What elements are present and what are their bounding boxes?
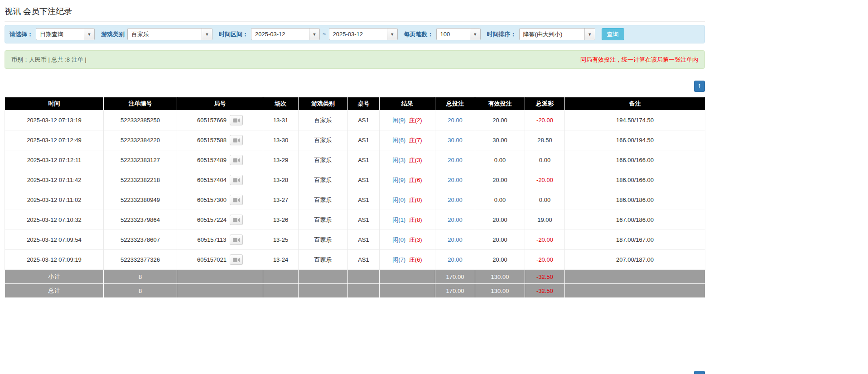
cell-payout: -20.00 (525, 170, 565, 190)
page-size-label: 每页笔数： (404, 30, 434, 38)
summary-currency-info: 币别：人民币 | 总共 :8 注单 | (11, 56, 87, 64)
cell-bet-id: 522332385250 (104, 110, 177, 130)
table-body: 2025-03-12 07:13:19 522332385250 6051576… (5, 110, 705, 270)
result-banker: 庄(7) (409, 137, 422, 144)
chevron-down-icon[interactable]: ▼ (584, 29, 595, 40)
cell-round-id: 605157404 (177, 170, 263, 190)
total-bet-link[interactable]: 20.00 (448, 236, 463, 243)
header-total-bet: 总投注 (435, 97, 475, 110)
cell-total-bet: 20.00 (435, 190, 475, 210)
cell-game-type: 百家乐 (299, 230, 348, 250)
cell-time: 2025-03-12 07:12:11 (5, 150, 104, 170)
cell-total-bet: 30.00 (435, 130, 475, 150)
date-from-select[interactable]: 2025-03-12 ▼ (251, 28, 320, 40)
total-bet-link[interactable]: 20.00 (448, 177, 463, 183)
time-range-group: 时间区间： 2025-03-12 ▼ ~ 2025-03-12 ▼ (219, 28, 398, 40)
cell-session: 13-28 (263, 170, 299, 190)
total-empty-session (263, 284, 299, 298)
search-button[interactable]: 查询 (602, 28, 624, 40)
chevron-down-icon[interactable]: ▼ (387, 29, 397, 40)
cell-session: 13-26 (263, 210, 299, 230)
subtotal-empty-game (299, 270, 348, 284)
cell-session: 13-24 (263, 250, 299, 270)
cell-round-id: 605157669 (177, 110, 263, 130)
page-1-button-bottom[interactable]: 1 (694, 371, 705, 374)
table-header: 时间 注单编号 局号 场次 游戏类别 桌号 结果 总投注 有效投注 总派彩 备注 (5, 97, 705, 110)
result-banker: 庄(2) (409, 117, 422, 124)
cell-game-type: 百家乐 (299, 190, 348, 210)
cell-table-id: AS1 (348, 150, 380, 170)
page-size-select[interactable]: 100 ▼ (436, 28, 481, 40)
cell-total-bet: 20.00 (435, 230, 475, 250)
sort-group: 时间排序： 降冪(由大到小) ▼ (487, 28, 595, 40)
chevron-down-icon[interactable]: ▼ (84, 29, 94, 40)
cell-table-id: AS1 (348, 170, 380, 190)
cell-bet-id: 522332384220 (104, 130, 177, 150)
time-range-label: 时间区间： (219, 30, 248, 38)
result-player: 闲(0) (392, 236, 405, 243)
cell-payout: -20.00 (525, 250, 565, 270)
cell-session: 13-27 (263, 190, 299, 210)
cell-remark: 207.00/187.00 (565, 250, 705, 270)
query-type-select[interactable]: 日期查询 ▼ (36, 28, 95, 40)
total-empty-game (299, 284, 348, 298)
subtotal-valid-bet: 130.00 (475, 270, 525, 284)
video-replay-button[interactable] (230, 175, 243, 185)
total-empty-table (348, 284, 380, 298)
game-type-select[interactable]: 百家乐 ▼ (127, 28, 212, 40)
cell-game-type: 百家乐 (299, 130, 348, 150)
page-size-group: 每页笔数： 100 ▼ (404, 28, 481, 40)
cell-game-type: 百家乐 (299, 170, 348, 190)
cell-total-bet: 20.00 (435, 170, 475, 190)
cell-bet-id: 522332380949 (104, 190, 177, 210)
game-type-group: 游戏类别 百家乐 ▼ (101, 28, 212, 40)
cell-valid-bet: 0.00 (475, 150, 525, 170)
total-bet-link[interactable]: 20.00 (448, 157, 463, 163)
page-title: 视讯 会员下注纪录 (5, 6, 705, 17)
cell-round-id: 605157113 (177, 230, 263, 250)
cell-round-id: 605157021 (177, 250, 263, 270)
total-bet-link[interactable]: 20.00 (448, 256, 463, 263)
total-bet-link[interactable]: 30.00 (448, 137, 463, 144)
video-replay-button[interactable] (230, 195, 243, 205)
cell-time: 2025-03-12 07:11:42 (5, 170, 104, 190)
cell-payout: 19.00 (525, 210, 565, 230)
video-camera-icon (233, 237, 240, 243)
video-replay-button[interactable] (230, 155, 243, 165)
cell-session: 13-30 (263, 130, 299, 150)
cell-round-id: 605157300 (177, 190, 263, 210)
total-row: 总计 8 170.00 130.00 -32.50 (5, 284, 705, 298)
total-bet-link[interactable]: 20.00 (448, 216, 463, 223)
subtotal-empty-table (348, 270, 380, 284)
total-bet-link[interactable]: 20.00 (448, 197, 463, 203)
table-row: 2025-03-12 07:13:19 522332385250 6051576… (5, 110, 705, 130)
chevron-down-icon[interactable]: ▼ (470, 29, 480, 40)
video-replay-button[interactable] (230, 115, 243, 125)
round-id-text: 605157021 (197, 256, 227, 263)
range-separator: ~ (323, 31, 326, 38)
pagination-top: 1 (5, 81, 705, 92)
total-bet-link[interactable]: 20.00 (448, 117, 463, 124)
sort-select[interactable]: 降冪(由大到小) ▼ (519, 28, 595, 40)
subtotal-count: 8 (104, 270, 177, 284)
page-size-value: 100 (437, 29, 470, 40)
cell-time: 2025-03-12 07:09:19 (5, 250, 104, 270)
date-to-select[interactable]: 2025-03-12 ▼ (329, 28, 398, 40)
video-replay-button[interactable] (230, 215, 243, 225)
result-banker: 庄(0) (409, 197, 422, 203)
video-replay-button[interactable] (230, 235, 243, 245)
cell-remark: 166.00/194.50 (565, 130, 705, 150)
video-replay-button[interactable] (230, 254, 243, 265)
result-banker: 庄(6) (409, 256, 422, 263)
query-type-label: 请选择： (10, 30, 33, 38)
table-row: 2025-03-12 07:11:42 522332382218 6051574… (5, 170, 705, 190)
page-1-button[interactable]: 1 (694, 81, 705, 92)
chevron-down-icon[interactable]: ▼ (202, 29, 212, 40)
cell-round-id: 605157588 (177, 130, 263, 150)
video-replay-button[interactable] (230, 135, 243, 145)
query-type-group: 请选择： 日期查询 ▼ (10, 28, 95, 40)
table-row: 2025-03-12 07:09:19 522332377326 6051570… (5, 250, 705, 270)
video-camera-icon (233, 197, 240, 203)
cell-session: 13-29 (263, 150, 299, 170)
chevron-down-icon[interactable]: ▼ (309, 29, 319, 40)
